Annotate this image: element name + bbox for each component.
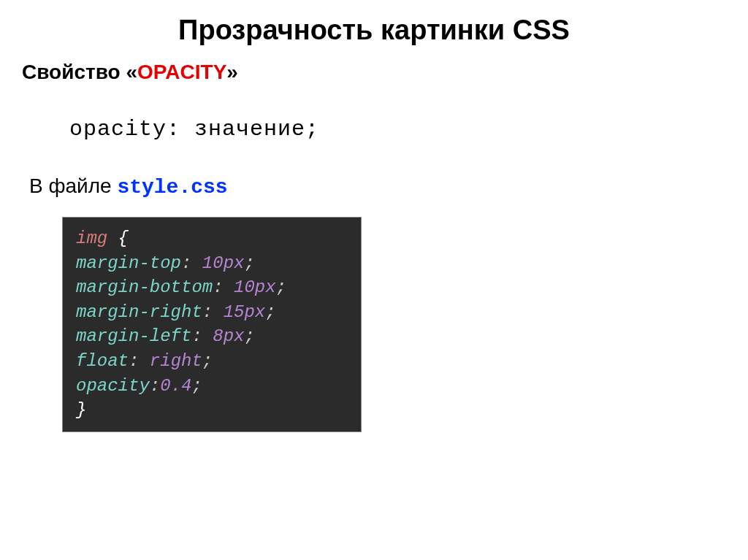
code-property: margin-left [76,326,191,346]
file-ref-prefix: В файле [29,174,117,197]
code-rule-line: margin-right: 15px; [76,300,348,325]
code-property: margin-top [76,253,181,273]
file-ref-filename: style.css [117,176,227,199]
code-semicolon: ; [276,277,286,297]
code-property: margin-right [76,302,202,322]
code-colon: : [181,253,202,273]
code-close-brace: } [76,400,86,420]
code-selector-line: img { [76,226,348,251]
code-colon: : [150,376,160,396]
code-semicolon: ; [265,302,275,322]
code-semicolon: ; [244,326,254,346]
code-colon: : [191,326,213,346]
code-value: 15px [224,302,266,322]
code-close-brace-line: } [76,398,348,423]
syntax-value: значение; [194,117,319,142]
code-semicolon: ; [244,253,254,273]
code-value: 0.4 [160,376,191,396]
code-property: float [76,351,129,371]
code-property: margin-bottom [76,277,213,297]
code-rule-line: margin-left: 8px; [76,324,348,349]
property-subtitle: Свойство «OPACITY» [22,61,726,84]
code-rule-line: margin-top: 10px; [76,251,348,276]
code-semicolon: ; [191,376,202,396]
code-rule-line: opacity:0.4; [76,374,348,399]
code-rule-line: margin-bottom: 10px; [76,275,348,300]
code-rule-line: float: right; [76,349,348,374]
code-open-brace: { [107,229,129,248]
code-colon: : [202,302,224,322]
code-value: right [150,351,202,371]
code-semicolon: ; [202,351,213,371]
page-title: Прозрачность картинки CSS [22,15,726,46]
subtitle-suffix: » [226,61,238,83]
code-colon: : [129,351,150,371]
code-value: 10px [234,277,276,297]
subtitle-highlight: OPACITY [137,61,226,83]
code-property: opacity [76,376,150,396]
code-value: 8px [213,326,244,346]
subtitle-prefix: Свойство « [22,61,137,83]
file-reference: В файле style.css [29,174,726,199]
syntax-property: opacity: [69,117,180,142]
css-code-block: img { margin-top: 10px; margin-bottom: 1… [62,217,362,432]
code-colon: : [213,277,234,297]
code-value: 10px [202,253,245,273]
code-selector: img [76,229,107,248]
syntax-example: opacity: значение; [69,117,726,142]
